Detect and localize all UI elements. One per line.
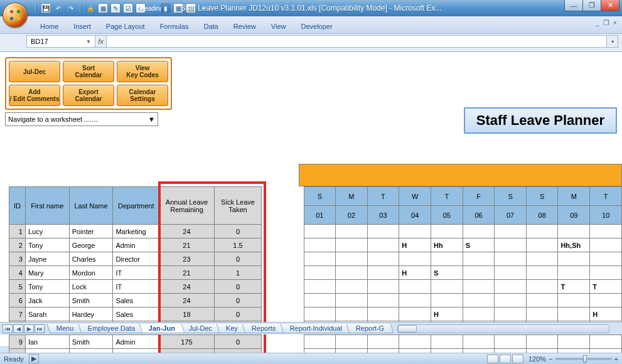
- cell[interactable]: 3: [9, 252, 26, 266]
- toolbar-export-calendar[interactable]: ExportCalendar: [63, 85, 114, 106]
- day-cell[interactable]: [399, 280, 431, 294]
- status-macro-icon[interactable]: ▶: [29, 354, 39, 363]
- day-cell[interactable]: [526, 266, 558, 280]
- cell[interactable]: 21: [159, 266, 215, 280]
- toolbar-view-key-codes[interactable]: ViewKey Codes: [117, 61, 168, 82]
- toolbar-jul-dec[interactable]: Jul-Dec: [9, 61, 60, 82]
- cell[interactable]: Lock: [69, 280, 113, 294]
- formula-expand-icon[interactable]: ▾: [607, 35, 618, 48]
- sheet-tab-menu[interactable]: Menu: [47, 324, 83, 333]
- day-cell[interactable]: [463, 280, 495, 294]
- cell[interactable]: Jayne: [25, 252, 69, 266]
- ribbon-restore-icon[interactable]: ❐: [603, 19, 609, 27]
- day-cell[interactable]: [304, 294, 336, 308]
- close-button[interactable]: ✕: [601, 0, 619, 11]
- day-cell[interactable]: [336, 238, 368, 252]
- cell[interactable]: 0: [214, 294, 261, 308]
- day-cell[interactable]: [495, 308, 527, 321]
- cell[interactable]: 24: [159, 225, 215, 238]
- cell[interactable]: George: [69, 238, 113, 252]
- page-layout-view-button[interactable]: [500, 355, 511, 363]
- sheet-tab-reports[interactable]: Reports: [242, 324, 286, 333]
- day-cell[interactable]: Hh,Sh: [558, 238, 590, 252]
- day-cell[interactable]: [590, 335, 622, 349]
- day-cell[interactable]: [431, 294, 463, 308]
- cell[interactable]: 24: [159, 294, 215, 308]
- cell[interactable]: 0: [214, 252, 261, 266]
- cell[interactable]: 6: [9, 294, 26, 308]
- navigate-select[interactable]: Navigate to a worksheet ....... ▼: [5, 112, 158, 126]
- day-cell[interactable]: [590, 225, 622, 238]
- sheet-tab-report-individual[interactable]: Report-Individual: [280, 324, 351, 333]
- day-cell[interactable]: [590, 294, 622, 308]
- ribbon-tab-home[interactable]: Home: [33, 19, 66, 33]
- day-cell[interactable]: [336, 280, 368, 294]
- day-cell[interactable]: [336, 225, 368, 238]
- day-cell[interactable]: [304, 266, 336, 280]
- cell[interactable]: Sarah: [25, 308, 69, 321]
- toolbar-add-edit-comments[interactable]: Add/ Edit Comments: [9, 85, 60, 106]
- day-cell[interactable]: [526, 280, 558, 294]
- cell[interactable]: Lucy: [25, 225, 69, 238]
- formula-input[interactable]: [107, 35, 607, 48]
- office-button[interactable]: [3, 3, 28, 28]
- day-cell[interactable]: [558, 294, 590, 308]
- cell[interactable]: 0: [214, 280, 261, 294]
- day-cell[interactable]: [558, 252, 590, 266]
- cell[interactable]: 23: [159, 252, 215, 266]
- day-cell[interactable]: [367, 252, 399, 266]
- cell[interactable]: Hardey: [69, 308, 113, 321]
- cell[interactable]: Tony: [25, 238, 69, 252]
- day-cell[interactable]: [304, 238, 336, 252]
- cell[interactable]: 175: [159, 335, 215, 349]
- day-cell[interactable]: [304, 308, 336, 321]
- day-cell[interactable]: [558, 266, 590, 280]
- cell[interactable]: 0: [214, 308, 261, 321]
- qat-icon3[interactable]: ☑: [123, 3, 133, 13]
- cell[interactable]: 2: [9, 238, 26, 252]
- day-cell[interactable]: [526, 308, 558, 321]
- day-cell[interactable]: [463, 252, 495, 266]
- cell[interactable]: Smith: [69, 335, 113, 349]
- day-cell[interactable]: [336, 308, 368, 321]
- day-cell[interactable]: [367, 335, 399, 349]
- ribbon-tab-developer[interactable]: Developer: [293, 19, 340, 33]
- cell[interactable]: IT: [113, 280, 159, 294]
- ribbon-tab-insert[interactable]: Insert: [66, 19, 99, 33]
- day-cell[interactable]: [304, 225, 336, 238]
- day-cell[interactable]: [495, 294, 527, 308]
- day-cell[interactable]: [463, 225, 495, 238]
- normal-view-button[interactable]: [487, 355, 498, 363]
- day-cell[interactable]: [495, 335, 527, 349]
- day-cell[interactable]: T: [590, 280, 622, 294]
- cell[interactable]: Sales: [113, 294, 159, 308]
- cell[interactable]: 1.5: [214, 238, 261, 252]
- cell[interactable]: Admin: [113, 238, 159, 252]
- sheet-tab-employee-data[interactable]: Employee Data: [78, 324, 144, 333]
- ribbon-tab-page-layout[interactable]: Page Layout: [99, 19, 153, 33]
- cell[interactable]: Ian: [25, 335, 69, 349]
- name-box[interactable]: BD17 ▼: [26, 35, 95, 48]
- cell[interactable]: Mordon: [69, 266, 113, 280]
- sheet-tab-jul-dec[interactable]: Jul-Dec: [180, 324, 222, 333]
- save-icon[interactable]: 💾: [41, 3, 51, 13]
- tab-first-icon[interactable]: ⏮: [3, 324, 13, 333]
- tab-last-icon[interactable]: ⏭: [35, 324, 45, 333]
- horizontal-scrollbar[interactable]: [397, 324, 609, 333]
- day-cell[interactable]: [558, 335, 590, 349]
- qat-icon2[interactable]: ✎: [110, 3, 121, 13]
- ribbon-min-icon[interactable]: _: [595, 19, 599, 27]
- cell[interactable]: 18: [159, 308, 215, 321]
- navigate-dropdown-icon[interactable]: ▼: [148, 115, 155, 123]
- cell[interactable]: Charles: [69, 252, 113, 266]
- day-cell[interactable]: [590, 238, 622, 252]
- day-cell[interactable]: [463, 266, 495, 280]
- day-cell[interactable]: [526, 225, 558, 238]
- day-cell[interactable]: H: [431, 308, 463, 321]
- cell[interactable]: Tony: [25, 280, 69, 294]
- zoom-out-button[interactable]: −: [549, 355, 552, 363]
- qat-icon1[interactable]: ▦: [98, 3, 108, 13]
- cell[interactable]: 21: [159, 238, 215, 252]
- page-break-view-button[interactable]: [512, 355, 523, 363]
- day-cell[interactable]: [304, 335, 336, 349]
